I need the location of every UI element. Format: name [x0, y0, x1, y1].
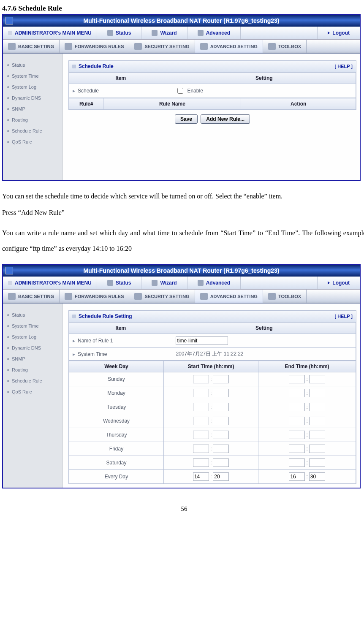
sidebar-item[interactable]: SNMP — [3, 353, 62, 364]
basic-icon — [8, 293, 16, 300]
toolbar-advanced[interactable]: ADVANCED SETTING — [195, 290, 263, 303]
menu-advanced[interactable]: Advanced — [187, 277, 241, 289]
start-minute-input[interactable] — [213, 389, 229, 397]
forwarding-icon — [65, 293, 72, 300]
enable-checkbox[interactable] — [177, 88, 183, 94]
start-minute-input[interactable] — [213, 459, 229, 467]
bullet-icon — [7, 141, 9, 143]
end-minute-input[interactable] — [309, 445, 325, 453]
start-hour-input[interactable] — [193, 375, 209, 383]
col-item: Item — [69, 73, 172, 84]
window-title: Multi-Functional Wireless Broadband NAT … — [83, 17, 279, 24]
titlebar: Multi-Functional Wireless Broadband NAT … — [3, 265, 360, 277]
help-link[interactable]: [ HELP ] — [334, 64, 353, 69]
save-button[interactable]: Save — [175, 114, 198, 124]
start-minute-input[interactable] — [213, 417, 229, 425]
end-hour-input[interactable] — [289, 459, 305, 467]
colon-separator: : — [210, 446, 212, 452]
end-hour-input[interactable] — [289, 417, 305, 425]
bullet-icon — [7, 130, 9, 132]
sidebar-item[interactable]: Schedule Rule — [3, 375, 62, 386]
menu-status[interactable]: Status — [97, 27, 142, 39]
start-hour-input[interactable] — [193, 389, 209, 397]
sidebar-item[interactable]: Schedule Rule — [3, 125, 62, 136]
end-minute-input[interactable] — [309, 389, 325, 397]
bullet-icon — [7, 391, 9, 393]
status-icon — [107, 30, 113, 36]
start-hour-input[interactable] — [193, 417, 209, 425]
sidebar-item[interactable]: QoS Rule — [3, 136, 62, 147]
menu-advanced[interactable]: Advanced — [187, 27, 241, 39]
start-minute-input[interactable] — [213, 445, 229, 453]
end-hour-input[interactable] — [289, 431, 305, 439]
sidebar-item[interactable]: System Log — [3, 81, 62, 92]
panel-header: Schedule Rule [ HELP ] — [69, 61, 356, 72]
sidebar-item[interactable]: QoS Rule — [3, 386, 62, 397]
end-minute-input[interactable] — [309, 375, 325, 383]
sidebar-item[interactable]: SNMP — [3, 103, 62, 114]
toolbox-icon — [268, 293, 276, 300]
sidebar-item[interactable]: Dynamic DNS — [3, 342, 62, 353]
menu-logout[interactable]: Logout — [317, 27, 360, 39]
main-panel: Schedule Rule Setting [ HELP ] Item Sett… — [62, 304, 360, 488]
sidebar-item[interactable]: Routing — [3, 364, 62, 375]
start-minute-input[interactable] — [213, 431, 229, 439]
end-hour-input[interactable] — [289, 403, 305, 411]
start-hour-input[interactable] — [193, 445, 209, 453]
start-hour-input[interactable] — [193, 431, 209, 439]
toolbar-security[interactable]: SECURITY SETTING — [129, 290, 195, 303]
window-icon — [5, 267, 13, 274]
colon-separator: : — [210, 474, 212, 480]
sidebar-item[interactable]: Status — [3, 60, 62, 71]
end-minute-input[interactable] — [309, 472, 325, 481]
end-hour-input[interactable] — [289, 375, 305, 383]
end-minute-input[interactable] — [309, 417, 325, 425]
sidebar-item[interactable]: System Log — [3, 331, 62, 342]
toolbar-toolbox[interactable]: TOOLBOX — [263, 40, 307, 53]
bullet-icon — [7, 380, 9, 382]
end-hour-input[interactable] — [289, 472, 305, 481]
end-minute-input[interactable] — [309, 403, 325, 411]
menu-wizard[interactable]: Wizard — [141, 27, 187, 39]
rule-name-input[interactable] — [176, 336, 228, 345]
advanced-icon — [198, 280, 204, 286]
colon-separator: : — [306, 474, 307, 480]
start-hour-input[interactable] — [193, 403, 209, 411]
toolbar-security[interactable]: SECURITY SETTING — [129, 40, 195, 53]
end-hour-input[interactable] — [289, 445, 305, 453]
sidebar-item[interactable]: System Time — [3, 320, 62, 331]
toolbar-toolbox[interactable]: TOOLBOX — [263, 290, 307, 303]
toolbar-basic[interactable]: BASIC SETTING — [3, 40, 60, 53]
toolbar-toolbox-label: TOOLBOX — [278, 44, 301, 49]
start-minute-input[interactable] — [213, 472, 229, 481]
menu-wizard[interactable]: Wizard — [141, 277, 187, 289]
sidebar-item[interactable]: Routing — [3, 114, 62, 125]
menu-logout[interactable]: Logout — [317, 277, 360, 289]
sidebar-item[interactable]: Dynamic DNS — [3, 92, 62, 103]
start-minute-input[interactable] — [213, 375, 229, 383]
menu-status[interactable]: Status — [97, 277, 142, 289]
colon-separator: : — [306, 390, 307, 396]
toolbar-advanced[interactable]: ADVANCED SETTING — [195, 40, 263, 53]
weekday-cell: Tuesday — [69, 400, 164, 414]
end-hour-input[interactable] — [289, 389, 305, 397]
start-hour-input[interactable] — [193, 472, 209, 481]
help-link[interactable]: [ HELP ] — [334, 314, 353, 319]
start-minute-input[interactable] — [213, 403, 229, 411]
toolbar-forwarding[interactable]: FORWARDING RULES — [60, 40, 130, 53]
sidebar-item[interactable]: System Time — [3, 71, 62, 81]
colon-separator: : — [210, 418, 212, 424]
end-minute-input[interactable] — [309, 459, 325, 467]
name-label-text: Name of Rule 1 — [78, 338, 113, 344]
menu-wizard-label: Wizard — [160, 30, 177, 36]
start-hour-input[interactable] — [193, 459, 209, 467]
toolbar-basic[interactable]: BASIC SETTING — [3, 290, 60, 303]
section-heading: 4.7.6 Schedule Rule — [2, 4, 364, 13]
toolbar-forwarding[interactable]: FORWARDING RULES — [60, 290, 130, 303]
bullet-icon — [7, 64, 9, 66]
add-new-rule-button[interactable]: Add New Rule... — [201, 114, 250, 124]
toolbar-forwarding-label: FORWARDING RULES — [75, 294, 124, 299]
end-minute-input[interactable] — [309, 431, 325, 439]
sidebar-item[interactable]: Status — [3, 309, 62, 320]
admin-menu-label: ADMINISTRATOR's MAIN MENU — [3, 27, 97, 39]
